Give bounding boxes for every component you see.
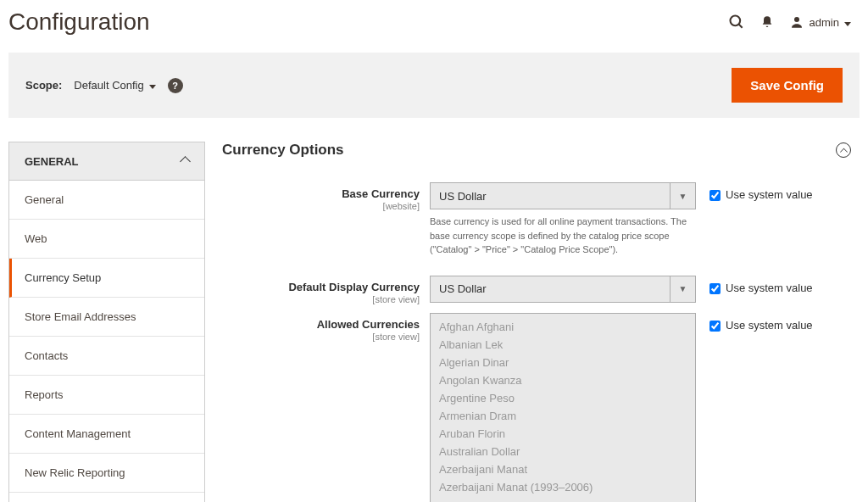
currency-option[interactable]: Azerbaijani Manat (1993–2006) xyxy=(439,478,687,496)
field-allowed-currencies: Allowed Currencies [store view] Afghan A… xyxy=(222,313,851,503)
section-title: Currency Options xyxy=(222,142,344,159)
scope-bar: Scope: Default Config ? Save Config xyxy=(8,53,860,118)
sidebar-item-advanced-reporting[interactable]: Advanced Reporting xyxy=(9,493,204,502)
chevron-down-icon xyxy=(844,16,851,29)
sidebar-item-store-email-addresses[interactable]: Store Email Addresses xyxy=(9,298,204,337)
currency-option[interactable]: Aruban Florin xyxy=(439,425,687,443)
scope-select[interactable]: Default Config xyxy=(74,79,155,92)
field-base-currency: Base Currency [website] US Dollar ▼ Base… xyxy=(222,182,851,257)
svg-line-1 xyxy=(738,25,742,28)
page-header: Configuration admin xyxy=(0,0,868,53)
header-actions: admin xyxy=(728,14,851,31)
sidebar-item-new-relic-reporting[interactable]: New Relic Reporting xyxy=(9,454,204,493)
use-system-label[interactable]: Use system value xyxy=(726,319,813,332)
svg-point-0 xyxy=(730,16,740,26)
chevron-down-icon: ▼ xyxy=(670,183,695,209)
chevron-down-icon xyxy=(149,79,156,92)
currency-option[interactable]: Azerbaijani Manat xyxy=(439,460,687,478)
sidebar-item-contacts[interactable]: Contacts xyxy=(9,337,204,376)
save-config-button[interactable]: Save Config xyxy=(732,68,843,103)
svg-point-2 xyxy=(794,17,799,22)
chevron-up-icon xyxy=(181,154,189,168)
currency-option[interactable]: Algerian Dinar xyxy=(439,354,687,371)
use-system-label[interactable]: Use system value xyxy=(726,282,813,294)
config-main: Currency Options Base Currency [website]… xyxy=(222,142,860,502)
sidebar-item-currency-setup[interactable]: Currency Setup xyxy=(9,259,204,298)
use-system-checkbox-display[interactable] xyxy=(709,283,721,294)
allowed-currencies-multiselect[interactable]: Afghan AfghaniAlbanian LekAlgerian Dinar… xyxy=(430,313,696,503)
admin-account-menu[interactable]: admin xyxy=(789,14,851,30)
currency-option[interactable]: Angolan Kwanza xyxy=(439,371,687,389)
field-scope: [website] xyxy=(222,201,420,211)
sidebar-item-content-management[interactable]: Content Management xyxy=(9,415,204,454)
currency-option[interactable]: Albanian Lek xyxy=(439,336,687,354)
chevron-down-icon: ▼ xyxy=(670,276,695,302)
base-currency-select[interactable]: US Dollar ▼ xyxy=(430,182,696,209)
sidebar-item-reports[interactable]: Reports xyxy=(9,376,204,415)
help-icon[interactable]: ? xyxy=(168,78,183,93)
scope-label: Scope: xyxy=(25,79,62,92)
collapse-section-icon[interactable] xyxy=(836,142,851,158)
field-scope: [store view] xyxy=(222,332,420,342)
default-display-currency-select[interactable]: US Dollar ▼ xyxy=(430,276,696,303)
use-system-checkbox-allowed[interactable] xyxy=(709,321,721,332)
admin-label: admin xyxy=(810,16,839,29)
search-icon[interactable] xyxy=(728,14,745,31)
page-title: Configuration xyxy=(8,8,150,36)
field-label: Allowed Currencies xyxy=(317,318,420,331)
sidebar-section-general[interactable]: GENERAL xyxy=(8,142,205,181)
notifications-icon[interactable] xyxy=(760,15,774,29)
currency-option[interactable]: Australian Dollar xyxy=(439,443,687,460)
field-default-display-currency: Default Display Currency [store view] US… xyxy=(222,276,851,304)
use-system-label[interactable]: Use system value xyxy=(726,188,813,201)
currency-option[interactable]: Afghan Afghani xyxy=(439,318,687,336)
config-sidebar: GENERAL GeneralWebCurrency SetupStore Em… xyxy=(8,142,205,502)
sidebar-item-web[interactable]: Web xyxy=(9,220,204,259)
field-label: Default Display Currency xyxy=(288,281,420,293)
field-help-text: Base currency is used for all online pay… xyxy=(430,215,696,257)
field-label: Base Currency xyxy=(342,187,420,200)
field-scope: [store view] xyxy=(222,294,420,304)
currency-option[interactable]: Argentine Peso xyxy=(439,389,687,407)
user-icon xyxy=(789,14,804,30)
sidebar-item-general[interactable]: General xyxy=(9,181,204,220)
use-system-checkbox-base[interactable] xyxy=(709,190,721,201)
currency-option[interactable]: Armenian Dram xyxy=(439,407,687,425)
